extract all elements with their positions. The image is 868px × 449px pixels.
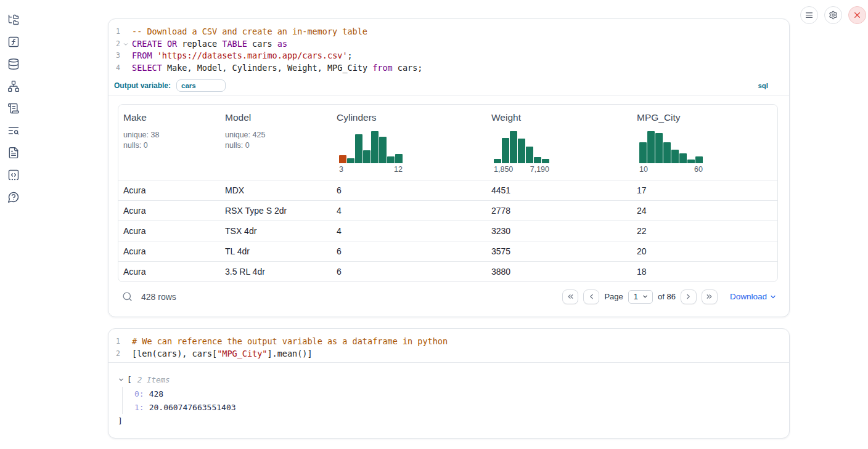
chevron-down-icon <box>769 293 777 301</box>
column-stats: unique: 38nulls: 0 <box>123 130 215 151</box>
dependency-graph-icon[interactable] <box>7 80 20 92</box>
line-gutter: 2 <box>108 348 132 360</box>
sql-code-editor[interactable]: 1-- Download a CSV and create an in-memo… <box>108 19 789 77</box>
chevron-down-icon <box>642 293 649 300</box>
settings-button[interactable] <box>824 6 842 24</box>
collapse-caret-icon[interactable] <box>118 376 125 383</box>
logs-icon[interactable] <box>7 124 20 137</box>
code-line[interactable]: 1# We can reference the output variable … <box>108 336 789 348</box>
table-row[interactable]: Acura3.5 RL 4dr6388018 <box>118 261 777 281</box>
table-row[interactable]: AcuraTSX 4dr4323022 <box>118 220 777 241</box>
column-name: Weight <box>491 112 627 123</box>
fold-toggle-icon[interactable] <box>123 41 129 47</box>
prev-page-button[interactable] <box>583 289 599 304</box>
table-header-row: Makeunique: 38nulls: 0Modelunique: 425nu… <box>118 105 777 180</box>
python-code-editor[interactable]: 1# We can reference the output variable … <box>108 329 789 362</box>
python-cell: 1# We can reference the output variable … <box>108 328 790 439</box>
line-gutter: 2 <box>108 38 132 51</box>
download-button[interactable]: Download <box>730 292 777 301</box>
column-header[interactable]: Cylinders312 <box>332 105 486 180</box>
table-cell: 3575 <box>486 246 632 256</box>
histogram-bar <box>526 147 533 163</box>
histogram-bar <box>371 131 379 163</box>
output-variable-input[interactable] <box>176 79 226 92</box>
items-count-label: 2 Items <box>137 375 170 384</box>
code-line[interactable]: 2CREATE OR replace TABLE cars as <box>108 38 789 51</box>
histogram-bar <box>339 155 346 163</box>
code-line[interactable]: 3FROM 'https://datasets.marimo.app/cars.… <box>108 50 789 62</box>
table-row[interactable]: AcuraRSX Type S 2dr4277824 <box>118 200 777 220</box>
datasources-icon[interactable] <box>7 58 20 70</box>
line-number: 1 <box>116 26 123 38</box>
documentation-icon[interactable] <box>7 147 20 159</box>
column-histogram[interactable]: 312 <box>339 129 403 174</box>
first-page-button[interactable] <box>562 289 578 304</box>
table-cell: Acura <box>118 206 220 216</box>
item-index: 1: <box>134 403 144 412</box>
histogram-bar <box>355 134 362 163</box>
hamburger-icon <box>805 10 814 20</box>
code-token: cars <box>247 39 277 49</box>
histogram-bar <box>679 153 687 163</box>
item-index: 0: <box>134 389 144 398</box>
table-cell: MDX <box>220 185 332 195</box>
functions-icon[interactable] <box>7 36 20 48</box>
table-cell: 6 <box>332 246 486 256</box>
column-header[interactable]: Modelunique: 425nulls: 0 <box>220 105 332 180</box>
table-cell: 3.5 RL 4dr <box>220 267 332 277</box>
column-name: MPG_City <box>637 112 772 123</box>
item-value: 428 <box>149 389 163 398</box>
code-line[interactable]: 4SELECT Make, Model, Cylinders, Weight, … <box>108 62 789 75</box>
code-token: 'https://datasets.marimo.app/cars.csv' <box>157 51 348 60</box>
histogram-bars <box>639 129 703 163</box>
code-token: from <box>372 63 393 73</box>
page-select[interactable]: 1 <box>628 290 653 304</box>
axis-max-label: 7,190 <box>530 165 549 174</box>
histogram-axis: 1060 <box>639 165 703 174</box>
line-number: 1 <box>116 336 123 348</box>
menu-button[interactable] <box>800 6 818 24</box>
table-cell: Acura <box>118 267 220 277</box>
histogram-bar <box>379 137 387 163</box>
pagination: Page 1 of 86 Download <box>562 289 778 304</box>
histogram-bar <box>687 160 695 163</box>
last-page-button[interactable] <box>702 289 718 304</box>
histogram-bar <box>347 158 354 163</box>
null-count: nulls: 0 <box>225 140 327 151</box>
column-histogram[interactable]: 1,8507,190 <box>494 129 549 174</box>
output-list-root: [ 2 Items <box>118 373 779 386</box>
code-token <box>162 39 167 49</box>
code-line[interactable]: 1-- Download a CSV and create an in-memo… <box>108 26 789 38</box>
search-icon[interactable] <box>122 291 133 302</box>
help-icon[interactable] <box>7 191 20 203</box>
shutdown-button[interactable] <box>848 6 866 24</box>
table-cell: 3230 <box>486 226 632 236</box>
histogram-bar <box>695 156 703 163</box>
histogram-bar <box>395 154 403 163</box>
unique-count: unique: 38 <box>123 130 215 140</box>
item-value: 20.060747663551403 <box>149 403 236 412</box>
column-header[interactable]: Weight1,8507,190 <box>486 105 632 180</box>
histogram-bar <box>494 159 501 163</box>
histogram-bar <box>534 157 541 163</box>
next-page-button[interactable] <box>681 289 697 304</box>
table-cell: TL 4dr <box>220 246 332 256</box>
histogram-bars <box>494 129 549 163</box>
column-header[interactable]: MPG_City1060 <box>632 105 777 180</box>
axis-min-label: 3 <box>339 165 343 174</box>
python-output: [ 2 Items 0:4281:20.060747663551403 ] <box>108 362 789 427</box>
line-number: 2 <box>116 38 123 51</box>
axis-max-label: 12 <box>394 165 403 174</box>
scratchpad-icon[interactable] <box>7 102 20 115</box>
table-cell: Acura <box>118 226 220 236</box>
snippets-icon[interactable] <box>7 169 20 181</box>
column-header[interactable]: Makeunique: 38nulls: 0 <box>118 105 220 180</box>
code-line[interactable]: 2[len(cars), cars["MPG_City"].mean()] <box>108 348 789 360</box>
file-tree-icon[interactable] <box>7 14 20 26</box>
column-histogram[interactable]: 1060 <box>639 129 703 174</box>
histogram-bar <box>663 142 671 163</box>
table-row[interactable]: AcuraTL 4dr6357520 <box>118 241 777 261</box>
table-row[interactable]: AcuraMDX6445117 <box>118 180 777 200</box>
code-text: CREATE OR replace TABLE cars as <box>132 38 287 51</box>
code-token: -- Download a CSV and create an in-memor… <box>132 26 367 36</box>
